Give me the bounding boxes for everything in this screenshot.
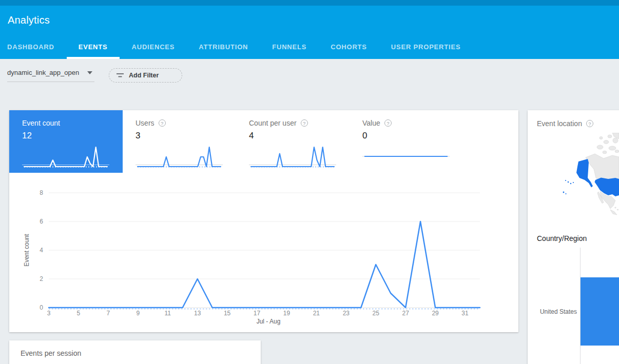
svg-text:15: 15	[224, 310, 231, 317]
help-icon[interactable]: ?	[159, 119, 166, 127]
metric-value: 3	[136, 131, 236, 141]
metric-value: 4	[249, 131, 350, 141]
svg-text:0: 0	[40, 304, 43, 311]
add-filter-button[interactable]: Add Filter	[109, 68, 182, 83]
svg-text:7: 7	[107, 310, 110, 317]
svg-text:13: 13	[194, 310, 201, 317]
metric-tab-value[interactable]: Value?0	[350, 110, 463, 173]
chart-y-axis-label: Event count	[23, 234, 30, 267]
events-per-session-title: Events per session	[21, 349, 81, 357]
help-icon[interactable]: ?	[384, 119, 392, 127]
metric-label: Users	[136, 119, 154, 127]
tab-audiences[interactable]: AUDIENCES	[132, 43, 175, 59]
event-selector-value: dynamic_link_app_open	[7, 69, 79, 76]
svg-text:8: 8	[40, 189, 43, 196]
metric-label: Count per user	[249, 119, 297, 127]
event-detail-card: Event count12Users?3Count per user?4Valu…	[9, 110, 518, 332]
svg-text:6: 6	[40, 218, 43, 225]
metric-tab-count-per-user[interactable]: Count per user?4	[236, 110, 350, 173]
metric-label: Value	[362, 119, 380, 127]
svg-text:31: 31	[461, 310, 469, 317]
metric-tab-strip: Event count12Users?3Count per user?4Valu…	[9, 110, 463, 173]
plus-icon	[166, 72, 175, 79]
svg-text:23: 23	[343, 310, 350, 317]
metric-label: Event count	[22, 119, 60, 127]
metric-value: 12	[22, 131, 123, 141]
svg-text:29: 29	[432, 310, 439, 317]
sparkline-event-count	[22, 143, 109, 170]
tab-events[interactable]: EVENTS	[79, 43, 108, 59]
tab-funnels[interactable]: FUNNELS	[272, 43, 306, 59]
country-region-header: Country/Region	[537, 234, 587, 242]
metric-value: 0	[362, 131, 463, 141]
sparkline-users	[136, 143, 223, 170]
metric-tab-users[interactable]: Users?3	[123, 110, 236, 173]
app-header: Analytics DASHBOARDEVENTSAUDIENCESATTRIB…	[0, 6, 619, 59]
svg-text:11: 11	[164, 310, 171, 317]
svg-text:27: 27	[402, 310, 409, 317]
svg-text:17: 17	[254, 310, 261, 317]
sparkline-count-per-user	[249, 143, 336, 170]
metric-tab-event-count[interactable]: Event count12	[9, 110, 123, 173]
tab-attribution[interactable]: ATTRIBUTION	[199, 43, 248, 59]
svg-text:19: 19	[283, 310, 291, 317]
add-filter-label: Add Filter	[129, 72, 159, 79]
help-icon[interactable]: ?	[586, 120, 593, 127]
help-icon[interactable]: ?	[301, 119, 308, 127]
svg-text:2: 2	[40, 275, 43, 282]
sparkline-value	[362, 143, 450, 170]
events-per-session-card: Events per session	[9, 340, 261, 364]
svg-text:21: 21	[313, 310, 320, 317]
country-label: United States	[528, 308, 577, 315]
event-location-title: Event location	[537, 119, 582, 128]
tab-user-properties[interactable]: USER PROPERTIES	[391, 43, 461, 59]
header-top-strip	[0, 0, 619, 6]
tab-dashboard[interactable]: DASHBOARD	[7, 43, 54, 59]
country-bar-united-states[interactable]	[581, 277, 619, 346]
event-selector-dropdown[interactable]: dynamic_link_app_open	[7, 69, 94, 82]
app-title: Analytics	[8, 14, 50, 26]
svg-text:4: 4	[40, 247, 43, 254]
event-location-card: Event location ?	[528, 110, 619, 364]
world-map	[555, 133, 619, 228]
chart-x-axis-label: Jul - Aug	[257, 318, 281, 325]
filter-icon	[116, 72, 124, 78]
svg-text:9: 9	[136, 310, 140, 317]
nav-tabs: DASHBOARDEVENTSAUDIENCESATTRIBUTIONFUNNE…	[7, 43, 460, 59]
svg-text:25: 25	[373, 310, 380, 317]
svg-text:3: 3	[47, 310, 51, 317]
tab-cohorts[interactable]: COHORTS	[331, 43, 367, 59]
chevron-down-icon	[87, 71, 92, 74]
svg-text:5: 5	[77, 310, 81, 317]
